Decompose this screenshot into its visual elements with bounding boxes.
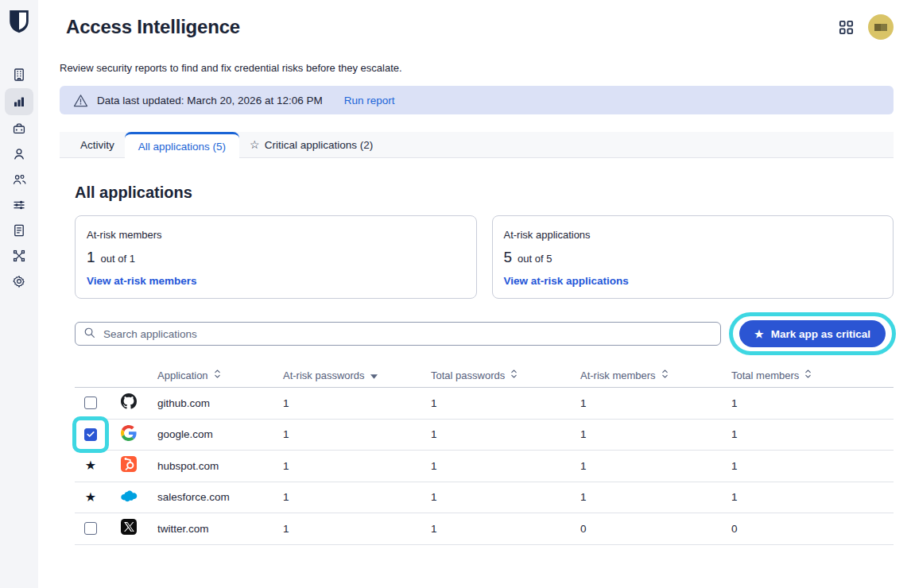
sidebar-item-groups[interactable] bbox=[5, 168, 33, 191]
toolbar: ★ Mark app as critical bbox=[75, 320, 894, 347]
search-input[interactable] bbox=[102, 327, 712, 341]
sidebar-nav bbox=[5, 63, 33, 293]
column-header-total-passwords[interactable]: Total passwords bbox=[424, 369, 574, 381]
total-members-value: 1 bbox=[725, 460, 894, 472]
tab-all-applications[interactable]: All applications (5) bbox=[125, 132, 239, 158]
table-row-twitter: twitter.com 1 1 0 0 bbox=[75, 513, 894, 545]
at-risk-applications-card: At-risk applications 5 out of 5 View at-… bbox=[492, 215, 894, 299]
report-document-icon bbox=[12, 223, 26, 238]
at-risk-members-value: 1 bbox=[574, 428, 725, 440]
total-members-value: 1 bbox=[725, 428, 894, 440]
tab-label: All applications (5) bbox=[138, 141, 226, 153]
total-passwords-value: 1 bbox=[424, 491, 574, 503]
sort-icon bbox=[214, 369, 221, 381]
view-at-risk-members-link[interactable]: View at-risk members bbox=[87, 275, 197, 287]
search-box bbox=[75, 322, 721, 346]
at-risk-passwords-value: 1 bbox=[277, 460, 424, 472]
application-name: twitter.com bbox=[151, 523, 277, 535]
apps-grid-icon[interactable] bbox=[839, 20, 854, 35]
sidebar-item-building[interactable] bbox=[5, 63, 33, 87]
sort-desc-icon bbox=[370, 369, 378, 381]
topbar: Access Intelligence bbox=[60, 13, 894, 41]
at-risk-members-value: 1 bbox=[574, 491, 725, 503]
table-row-google: google.com 1 1 1 1 bbox=[75, 420, 894, 451]
section-heading: All applications bbox=[75, 184, 894, 202]
hubspot-icon bbox=[121, 456, 137, 475]
page-subtitle: Review security reports to find and fix … bbox=[60, 62, 894, 74]
run-report-link[interactable]: Run report bbox=[344, 95, 395, 106]
at-risk-members-value: 1 bbox=[574, 460, 725, 472]
card-caption: out of 5 bbox=[518, 253, 552, 265]
table-row-hubspot: ★ hubspot.com 1 1 1 1 bbox=[75, 451, 894, 482]
card-value: 1 bbox=[87, 249, 95, 266]
at-risk-passwords-value: 1 bbox=[277, 491, 424, 503]
user-icon bbox=[12, 147, 26, 161]
gear-icon bbox=[12, 274, 26, 288]
card-caption: out of 1 bbox=[101, 253, 135, 265]
total-passwords-value: 1 bbox=[424, 397, 574, 409]
sidebar-item-member[interactable] bbox=[5, 142, 33, 166]
total-members-value: 1 bbox=[725, 397, 894, 409]
banner-message: Data last updated: March 20, 2026 at 12:… bbox=[97, 95, 323, 106]
application-name: salesforce.com bbox=[151, 491, 277, 503]
search-icon bbox=[83, 327, 95, 342]
star-icon: ★ bbox=[754, 329, 764, 339]
toolbox-icon bbox=[12, 122, 26, 136]
bar-chart-icon bbox=[12, 95, 26, 109]
column-header-application[interactable]: Application bbox=[151, 369, 277, 381]
star-outline-icon: ☆ bbox=[250, 138, 260, 151]
button-label: Mark app as critical bbox=[771, 328, 870, 340]
salesforce-icon bbox=[120, 489, 138, 505]
view-at-risk-applications-link[interactable]: View at-risk applications bbox=[504, 275, 629, 287]
at-risk-passwords-value: 1 bbox=[277, 523, 424, 535]
sidebar-item-integrations[interactable] bbox=[5, 244, 33, 268]
data-updated-banner: Data last updated: March 20, 2026 at 12:… bbox=[60, 86, 894, 114]
application-name: google.com bbox=[151, 428, 277, 440]
at-risk-members-card: At-risk members 1 out of 1 View at-risk … bbox=[75, 215, 477, 299]
sidebar-item-toolbox[interactable] bbox=[5, 117, 33, 141]
card-value: 5 bbox=[504, 249, 513, 266]
applications-table: Application At-risk passwords Total pass… bbox=[75, 363, 894, 545]
at-risk-members-value: 1 bbox=[574, 397, 725, 409]
total-passwords-value: 1 bbox=[424, 428, 574, 440]
warning-triangle-icon bbox=[73, 94, 88, 107]
at-risk-passwords-value: 1 bbox=[277, 397, 424, 409]
tab-activity[interactable]: Activity bbox=[70, 132, 125, 157]
summary-cards: At-risk members 1 out of 1 View at-risk … bbox=[75, 215, 894, 299]
tab-label: Activity bbox=[80, 139, 114, 151]
mark-app-as-critical-button[interactable]: ★ Mark app as critical bbox=[739, 320, 886, 347]
sidebar-item-report-doc[interactable] bbox=[5, 219, 33, 242]
integrations-icon bbox=[12, 249, 26, 263]
critical-star-icon[interactable]: ★ bbox=[85, 491, 96, 504]
card-title: At-risk members bbox=[87, 229, 465, 241]
tab-bar: Activity All applications (5) ☆ Critical… bbox=[60, 132, 894, 158]
building-icon bbox=[12, 68, 26, 82]
column-header-total-members[interactable]: Total members bbox=[725, 369, 894, 381]
tab-label: Critical applications (2) bbox=[265, 139, 374, 151]
sidebar-item-settings-sliders[interactable] bbox=[5, 193, 33, 217]
application-name: hubspot.com bbox=[151, 460, 277, 472]
row-checkbox[interactable] bbox=[84, 522, 97, 535]
github-icon bbox=[121, 393, 137, 412]
column-header-at-risk-members[interactable]: At-risk members bbox=[574, 369, 725, 381]
sidebar-item-reports[interactable] bbox=[5, 88, 33, 115]
application-name: github.com bbox=[151, 397, 277, 409]
row-checkbox-checked[interactable] bbox=[84, 428, 97, 441]
column-header-at-risk-passwords[interactable]: At-risk passwords bbox=[277, 369, 424, 381]
at-risk-passwords-value: 1 bbox=[277, 428, 424, 440]
sort-icon bbox=[661, 369, 669, 381]
tab-critical-applications[interactable]: ☆ Critical applications (2) bbox=[239, 132, 383, 157]
avatar[interactable] bbox=[868, 14, 894, 40]
table-row-github: github.com 1 1 1 1 bbox=[75, 388, 894, 420]
critical-star-icon[interactable]: ★ bbox=[85, 459, 96, 472]
row-checkbox[interactable] bbox=[84, 397, 97, 409]
sidebar-item-settings[interactable] bbox=[5, 269, 33, 293]
x-icon bbox=[121, 519, 137, 538]
total-members-value: 1 bbox=[725, 491, 894, 503]
bitwarden-shield-icon[interactable] bbox=[9, 10, 29, 33]
sort-icon bbox=[510, 369, 518, 381]
total-passwords-value: 1 bbox=[424, 523, 574, 535]
total-members-value: 0 bbox=[725, 523, 894, 535]
sliders-icon bbox=[12, 198, 26, 212]
main-content: Access Intelligence Review security repo… bbox=[38, 0, 911, 588]
